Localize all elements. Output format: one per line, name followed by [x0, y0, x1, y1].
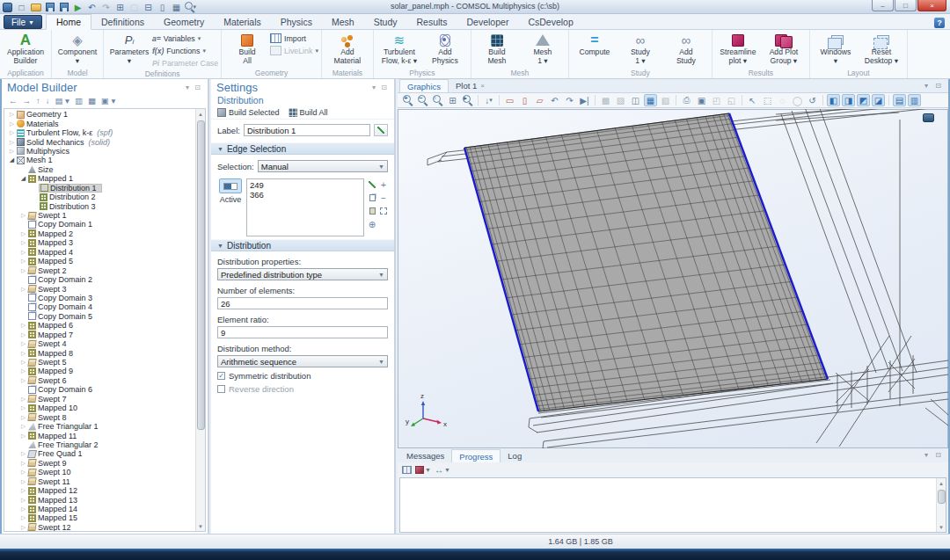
expander-icon[interactable]: ▷ — [8, 148, 16, 155]
close-button[interactable]: × — [917, 0, 946, 11]
scene-setup-2-icon[interactable]: ◨ — [842, 94, 855, 106]
transparency-icon[interactable]: ◫ — [629, 94, 642, 106]
reset-view-icon[interactable]: ↺ — [806, 94, 819, 106]
tree-item-distribution-3[interactable]: Distribution 3 — [4, 201, 195, 210]
expander-icon[interactable]: ▷ — [19, 414, 27, 421]
expander-icon[interactable]: ▷ — [19, 350, 27, 357]
go-to-xy-view-icon[interactable]: ▭ — [503, 94, 516, 106]
reverse-direction-checkbox[interactable]: Reverse direction — [211, 381, 394, 394]
tree-item-free-triangular-2[interactable]: Free Triangular 2 — [4, 440, 195, 449]
save-image-icon[interactable]: ▥ — [908, 94, 921, 106]
tree-item-swept-7[interactable]: ▷Swept 7 — [4, 395, 195, 404]
application-builder[interactable]: AApplicationBuilder — [3, 31, 48, 65]
expander-icon[interactable]: ▷ — [19, 212, 27, 219]
tree-item-swept-8[interactable]: ▷Swept 8 — [4, 412, 195, 421]
panel-menu-icons[interactable]: ▾ ⊡ — [186, 84, 202, 91]
progress-scrollbar[interactable]: ▲ ▼ — [936, 478, 946, 532]
tab-physics[interactable]: Physics — [271, 14, 322, 30]
number-of-elements-input[interactable] — [217, 297, 388, 309]
expander-icon[interactable]: ▷ — [8, 120, 16, 127]
expander-icon[interactable]: ▷ — [19, 469, 27, 476]
expander-icon[interactable]: ▷ — [19, 433, 27, 440]
expander-icon[interactable]: ▷ — [19, 514, 27, 521]
paste-selection-icon[interactable] — [369, 207, 376, 216]
variables-button[interactable]: a=Variables▾ — [152, 33, 218, 44]
tree-item-mapped-6[interactable]: ▷Mapped 6 — [4, 321, 195, 330]
expander-icon[interactable]: ▷ — [8, 111, 16, 118]
parameters-button[interactable]: PiParameters▾ — [106, 31, 152, 65]
rotate-clockwise-icon[interactable]: ↷ — [563, 94, 576, 106]
tree-item-geometry-1[interactable]: ▷Geometry 1 — [4, 110, 195, 119]
tree-item-mapped-7[interactable]: ▷Mapped 7 — [4, 331, 195, 339]
tree-item-swept-5[interactable]: ▷Swept 5 — [4, 358, 195, 367]
tab-materials[interactable]: Materials — [214, 14, 271, 30]
go-to-default-view-icon[interactable]: ↓ ▾ — [482, 94, 495, 106]
active-toggle[interactable] — [219, 178, 242, 193]
tree-item-multiphysics[interactable]: ▷Multiphysics — [4, 147, 195, 156]
expander-icon[interactable]: ▷ — [19, 230, 27, 237]
tree-item-mapped-9[interactable]: ▷Mapped 9 — [4, 367, 195, 375]
forward-icon[interactable]: → — [23, 96, 32, 105]
print-icon[interactable]: ⎙ — [680, 94, 693, 106]
expander-icon[interactable]: ▷ — [19, 322, 27, 329]
tab-progress[interactable]: Progress — [451, 449, 501, 462]
image-snapshot-icon[interactable]: ▣ — [695, 94, 708, 106]
tree-item-mapped-5[interactable]: ▷Mapped 5 — [4, 257, 195, 265]
import-button[interactable]: Import — [270, 33, 318, 44]
scene-setup-3-icon[interactable]: ◩ — [857, 94, 870, 106]
tree-item-mapped-13[interactable]: ▷Mapped 13 — [4, 495, 195, 504]
tree-item-swept-4[interactable]: ▷Swept 4 — [4, 339, 195, 348]
tab-results[interactable]: Results — [407, 14, 457, 30]
deselect-entities-icon[interactable]: ◱ — [725, 94, 738, 106]
expander-icon[interactable]: ▷ — [19, 267, 27, 274]
study-1[interactable]: ∞Study1 ▾ — [618, 31, 663, 65]
tree-item-swept-12[interactable]: ▷Swept 12 — [4, 523, 195, 532]
label-input[interactable] — [244, 124, 370, 136]
activate-selection-icon[interactable] — [369, 180, 376, 190]
tree-item-distribution-2[interactable]: Distribution 2 — [4, 193, 195, 201]
reset-desktop[interactable]: ResetDesktop ▾ — [859, 31, 904, 65]
tree-item-copy-domain-3[interactable]: Copy Domain 3 — [4, 294, 195, 302]
build-selected-button[interactable]: Build Selected — [217, 108, 280, 117]
expander-icon[interactable]: ▷ — [19, 505, 27, 513]
streamline-plot[interactable]: Streamlineplot ▾ — [715, 31, 761, 65]
move-up-icon[interactable]: ↑ — [36, 96, 40, 105]
zoom-in-icon[interactable]: + — [401, 94, 414, 106]
tab-study[interactable]: Study — [364, 14, 407, 30]
edge-selection-section-header[interactable]: ▼ Edge Selection — [211, 142, 394, 155]
tree-item-mapped-3[interactable]: ▷Mapped 3 — [4, 238, 195, 247]
functions-button[interactable]: f(x)Functions▾ — [152, 46, 218, 56]
tab-csdevelop[interactable]: CsDevelop — [518, 14, 582, 30]
tree-item-swept-9[interactable]: ▷Swept 9 — [4, 459, 195, 468]
panel-menu-icons[interactable]: ▾ ⊡ — [924, 82, 944, 90]
add-study[interactable]: ∞AddStudy — [663, 31, 709, 65]
fit-columns-icon[interactable]: ↔▼ — [435, 465, 450, 475]
tree-item-copy-domain-4[interactable]: Copy Domain 4 — [4, 302, 195, 311]
expander-icon[interactable]: ▷ — [19, 487, 27, 494]
tree-item-swept-11[interactable]: ▷Swept 11 — [4, 477, 195, 486]
scene-setup-1-icon[interactable]: ◧ — [827, 94, 840, 106]
panel-menu-icons[interactable]: ▾ ⊡ — [372, 84, 389, 91]
tree-item-free-quad-1[interactable]: ▷Free Quad 1 — [4, 449, 195, 458]
zoom-to-selection-icon[interactable] — [380, 207, 387, 216]
maximize-button[interactable]: □ — [895, 0, 917, 11]
camera-icon[interactable]: ▤ — [893, 94, 906, 106]
expander-icon[interactable]: ▷ — [8, 139, 16, 146]
expander-icon[interactable]: ▷ — [19, 377, 27, 384]
mesh-3d-view[interactable]: zxy — [398, 109, 948, 448]
go-to-zx-view-icon[interactable]: ▱ — [533, 94, 546, 106]
scroll-down-icon[interactable]: ▼ — [196, 521, 205, 531]
build-all-button[interactable]: Build All — [289, 108, 328, 117]
scene-light-icon[interactable]: ▩ — [599, 94, 612, 106]
distribution-properties-dropdown[interactable]: Predefined distribution type▼ — [217, 268, 388, 280]
tab-mesh[interactable]: Mesh — [322, 14, 364, 30]
tab-home[interactable]: Home — [46, 14, 91, 30]
minimize-button[interactable]: – — [872, 0, 894, 11]
tab-log[interactable]: Log — [501, 449, 529, 462]
edge-selection-list[interactable]: 249366 — [246, 178, 364, 236]
create-selection-icon[interactable]: ⊕ — [369, 220, 376, 229]
tab-geometry[interactable]: Geometry — [154, 14, 214, 30]
rotate-counterclockwise-icon[interactable]: ↶ — [548, 94, 561, 106]
tree-item-mapped-11[interactable]: ▷Mapped 11 — [4, 431, 195, 440]
tab-graphics[interactable]: Graphics — [399, 79, 449, 92]
